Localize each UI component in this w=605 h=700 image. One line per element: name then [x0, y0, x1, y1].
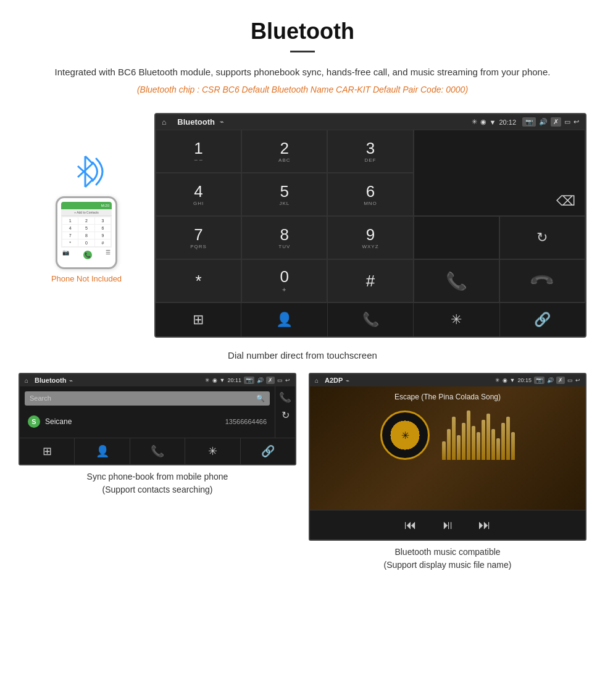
pb-bottom-link[interactable]: 🔗 [241, 438, 295, 464]
phone-top-bar: M:20 [61, 202, 112, 209]
pb-window-icon[interactable]: ▭ [277, 377, 283, 383]
backspace-button[interactable]: ⌫ [556, 193, 575, 209]
call-green-button[interactable]: 📞 [414, 259, 499, 302]
dial-key-6[interactable]: 6 MNO [327, 173, 413, 216]
eq-bar [457, 435, 461, 460]
eq-bar [496, 438, 500, 460]
dial-key-5[interactable]: 5 JKL [241, 173, 327, 216]
eq-bar [491, 429, 495, 460]
pb-volume-icon[interactable]: 🔊 [257, 377, 264, 383]
pb-usb-icon: ⌁ [69, 377, 73, 384]
eq-bar [506, 417, 510, 460]
dial-key-8[interactable]: 8 TUV [241, 216, 327, 259]
app-name: Bluetooth [177, 117, 215, 127]
status-left: ⌂ Bluetooth ⌁ [162, 117, 224, 127]
close-icon[interactable]: ✗ [551, 117, 561, 127]
dial-action-empty [414, 216, 499, 259]
dial-refresh-button[interactable]: ↻ [499, 216, 585, 259]
dial-key-3[interactable]: 3 DEF [327, 130, 413, 173]
eq-bar [501, 423, 505, 460]
dialpad-bottom-contacts[interactable]: 👤 [241, 303, 327, 336]
eq-bar [467, 410, 470, 460]
music-bt-icon: ✳ [495, 377, 500, 383]
music-gps-icon: ◉ [503, 377, 507, 383]
music-usb-icon: ⌁ [346, 377, 349, 384]
call-red-button[interactable]: 📞 [499, 259, 585, 302]
music-car-screen: ⌂ A2DP ⌁ ✳ ◉ ▼ 20:15 📷 🔊 ✗ ▭ ↩ [309, 373, 586, 541]
music-eq-bars [442, 410, 515, 460]
camera-icon: 📷 [522, 117, 536, 127]
pb-sync-icon[interactable]: ↻ [282, 409, 290, 421]
pb-search-bar[interactable]: Search 🔍 [25, 391, 270, 406]
pb-back-icon[interactable]: ↩ [285, 377, 290, 383]
volume-icon[interactable]: 🔊 [539, 118, 548, 126]
bluetooth-waves [62, 150, 111, 193]
phone-mockup-area: M:20 + Add to Contacts 123 456 789 *0# 📷… [19, 113, 154, 283]
phonebook-label: Sync phone-book from mobile phone (Suppo… [84, 465, 232, 499]
pb-close-icon[interactable]: ✗ [266, 377, 275, 384]
music-back-icon[interactable]: ↩ [575, 377, 580, 383]
music-home-icon[interactable]: ⌂ [315, 377, 319, 384]
music-status-bar: ⌂ A2DP ⌁ ✳ ◉ ▼ 20:15 📷 🔊 ✗ ▭ ↩ [310, 374, 585, 386]
pb-contact-row[interactable]: S Seicane 13566664466 [25, 410, 270, 433]
music-close-icon[interactable]: ✗ [556, 377, 565, 384]
music-volume-icon[interactable]: 🔊 [547, 377, 554, 383]
dial-screen-label: Dial number direct from touchscreen [0, 344, 605, 367]
dial-grid: 1 ∽∽ 2 ABC 3 DEF ⌫ 4 GHI 5 JKL [156, 130, 585, 302]
phonebook-body: Search 🔍 S Seicane 13566664466 📞 ↻ [20, 386, 295, 438]
eq-bar [447, 429, 451, 460]
phonebook-list: Search 🔍 S Seicane 13566664466 [20, 386, 275, 438]
music-app-name: A2DP [325, 377, 343, 384]
phone-mockup: M:20 + Add to Contacts 123 456 789 *0# 📷… [56, 196, 117, 269]
music-body: Escape (The Pina Colada Song) ✳ [310, 386, 585, 510]
next-button[interactable]: ⏭ [478, 518, 491, 532]
music-label: Bluetooth music compatible (Support disp… [381, 541, 515, 574]
dial-key-star[interactable]: * [156, 259, 241, 302]
pb-bottom-bt[interactable]: ✳ [185, 438, 240, 464]
pb-home-icon[interactable]: ⌂ [25, 377, 28, 384]
pb-time: 20:11 [227, 377, 241, 383]
music-disc-inner: ✳ [396, 426, 414, 444]
svg-line-3 [85, 180, 93, 187]
pb-bottom-bar: ⊞ 👤 📞 ✳ 🔗 [20, 438, 295, 464]
music-time: 20:15 [517, 377, 532, 383]
dial-key-7[interactable]: 7 PQRS [156, 216, 241, 259]
pb-camera-icon: 📷 [244, 377, 254, 384]
pb-bottom-contacts[interactable]: 👤 [75, 438, 130, 464]
dialpad-bottom-link[interactable]: 🔗 [500, 303, 585, 336]
dial-key-2[interactable]: 2 ABC [241, 130, 327, 173]
dial-car-screen: ⌂ Bluetooth ⌁ ✳ ◉ ▼ 20:12 📷 🔊 ✗ ▭ ↩ 1 ∽∽ [154, 113, 586, 338]
music-screenshot: ⌂ A2DP ⌁ ✳ ◉ ▼ 20:15 📷 🔊 ✗ ▭ ↩ [309, 373, 586, 574]
dial-key-0[interactable]: 0 + [241, 259, 327, 302]
music-wifi-icon: ▼ [510, 377, 515, 383]
phonebook-content: Search 🔍 S Seicane 13566664466 [20, 386, 275, 438]
dial-display: ⌫ [414, 130, 585, 216]
bottom-screenshots: ⌂ Bluetooth ⌁ ✳ ◉ ▼ 20:11 📷 🔊 ✗ ▭ ↩ [0, 367, 605, 574]
pb-bottom-phone[interactable]: 📞 [130, 438, 185, 464]
search-icon: 🔍 [256, 394, 265, 402]
dial-key-9[interactable]: 9 WXYZ [327, 216, 413, 259]
contact-phone: 13566664466 [225, 418, 267, 425]
pb-gps-icon: ◉ [212, 377, 217, 383]
dial-key-1[interactable]: 1 ∽∽ [156, 130, 241, 173]
dialpad-bottom-bt[interactable]: ✳ [414, 303, 499, 336]
window-icon[interactable]: ▭ [564, 118, 570, 126]
dialpad-bottom-grid[interactable]: ⊞ [156, 303, 241, 336]
back-icon[interactable]: ↩ [574, 118, 579, 126]
music-disc: ✳ [380, 410, 430, 460]
page-title: Bluetooth [49, 19, 556, 44]
dial-key-hash[interactable]: # [327, 259, 413, 302]
pb-bt-icon: ✳ [205, 377, 210, 383]
music-window-icon[interactable]: ▭ [567, 377, 573, 383]
pb-bottom-grid[interactable]: ⊞ [20, 438, 75, 464]
play-pause-button[interactable]: ⏯ [441, 518, 454, 532]
dialpad-bottom-phone[interactable]: 📞 [328, 303, 414, 336]
prev-button[interactable]: ⏮ [404, 518, 417, 532]
eq-bar [482, 420, 485, 460]
dial-key-4[interactable]: 4 GHI [156, 173, 241, 216]
home-icon[interactable]: ⌂ [162, 118, 166, 127]
pb-call-icon[interactable]: 📞 [279, 391, 291, 403]
page-specs: (Bluetooth chip : CSR BC6 Default Blueto… [49, 85, 556, 94]
phonebook-car-screen: ⌂ Bluetooth ⌁ ✳ ◉ ▼ 20:11 📷 🔊 ✗ ▭ ↩ [19, 373, 296, 465]
eq-bar [452, 417, 456, 460]
